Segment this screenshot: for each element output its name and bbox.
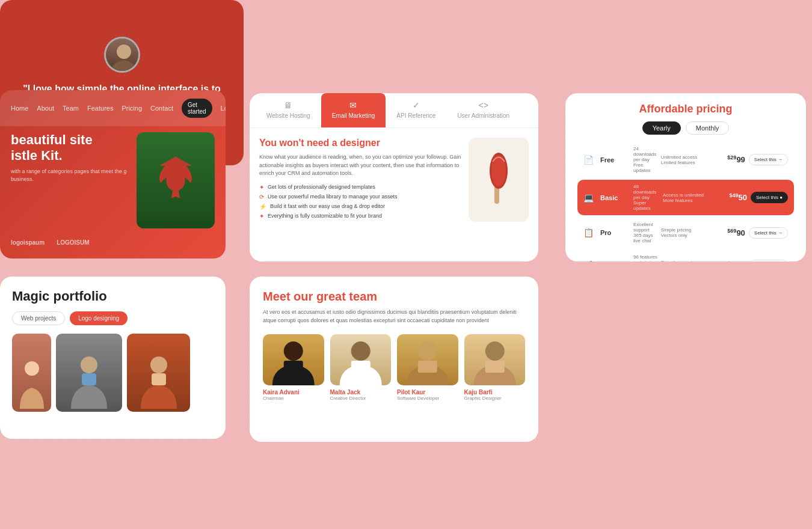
- feature-item-2: ⟳ Use our powerful media library to mana…: [259, 194, 461, 200]
- nav-bar: Home About Team Features Pricing Contact…: [0, 90, 226, 126]
- portfolio-grid: [12, 334, 214, 412]
- svg-rect-15: [485, 361, 504, 373]
- nav-team[interactable]: Team: [63, 105, 79, 112]
- email-marketing-card: 🖥 Website Hosting ✉ Email Marketing ✓ AP…: [250, 93, 538, 261]
- feature-tabs: 🖥 Website Hosting ✉ Email Marketing ✓ AP…: [250, 93, 538, 128]
- plan-basic-select[interactable]: Select this ●: [751, 192, 788, 203]
- tab-hosting-label: Website Hosting: [266, 112, 310, 119]
- nav-contact[interactable]: Contact: [150, 105, 173, 112]
- feature-icon-4: ✦: [259, 213, 264, 219]
- member-photo-2: [330, 334, 392, 385]
- tab-email-label: Email Marketing: [332, 112, 375, 119]
- nav-features[interactable]: Features: [87, 105, 113, 112]
- pricing-title: Affordable pricing: [577, 103, 794, 115]
- feature-text-2: Use our powerful media library to manage…: [268, 194, 398, 200]
- portfolio-photo-3: [127, 334, 190, 412]
- team-member-2: Malta Jack Creative Director: [330, 334, 392, 401]
- nav-about[interactable]: About: [37, 105, 54, 112]
- portfolio-card: Magic portfolio Web projects Logo design…: [0, 277, 226, 439]
- member-photo-1: [263, 334, 324, 385]
- hero-text: beautiful site istle Kit. with a range o…: [11, 132, 137, 228]
- plan-basic-features: Access is unlimitedMore features: [663, 192, 717, 203]
- hero-image: [137, 132, 215, 228]
- plan-pro-price: $6990: [715, 228, 745, 237]
- hero-subtext: with a range of categories pages that me…: [11, 168, 137, 184]
- yearly-toggle[interactable]: Yearly: [642, 121, 681, 135]
- plan-free-icon: 📄: [583, 155, 600, 165]
- member-name-2: Malta Jack: [330, 389, 392, 396]
- team-member-1: Kaira Advani Chairman: [263, 334, 324, 401]
- hero-card: Home About Team Features Pricing Contact…: [0, 90, 226, 258]
- get-started-button[interactable]: Get started: [182, 99, 212, 118]
- member-photo-4: [464, 334, 526, 385]
- team-grid: Kaira Advani Chairman Malta Jack Creativ…: [263, 334, 525, 401]
- svg-point-12: [418, 341, 437, 361]
- api-icon: ✓: [413, 100, 420, 110]
- pricing-toggle: Yearly Monthly: [577, 121, 794, 135]
- avatar-svg: [106, 38, 140, 73]
- team-member-4: Kaju Barfi Graphic Designer: [464, 334, 526, 401]
- member-role-3: Software Developer: [397, 396, 458, 401]
- feature-icon-1: ✦: [259, 184, 264, 191]
- tab-api-reference[interactable]: ✓ API Reference: [386, 93, 446, 127]
- member-name-4: Kaju Barfi: [464, 389, 526, 396]
- email-description: Know what your audience is reading, when…: [259, 153, 461, 178]
- feature-text-1: Get lots of professionally designed temp…: [268, 184, 375, 190]
- hero-headline: beautiful site istle Kit.: [11, 132, 137, 164]
- tab-website-hosting[interactable]: 🖥 Website Hosting: [256, 93, 321, 127]
- plan-free-desc: 24 downloads per dayFree updates: [633, 146, 661, 173]
- testimonial-avatar: [104, 37, 140, 73]
- plan-free-select[interactable]: Select this →: [749, 154, 788, 165]
- portfolio-title: Magic portfolio: [12, 289, 214, 304]
- svg-rect-7: [152, 373, 166, 385]
- feature-item-4: ✦ Everything is fully customizable to fi…: [259, 213, 461, 219]
- plan-pro: 📋 Pro Excellent support365 days live cha…: [577, 218, 794, 248]
- plan-basic-desc: 48 downloads per daySuper updates: [633, 184, 663, 211]
- filter-web-projects[interactable]: Web projects: [12, 311, 65, 325]
- logo-bar: logoispaum LOGOISUM: [0, 234, 226, 251]
- hero-content: beautiful site istle Kit. with a range o…: [0, 126, 226, 234]
- svg-point-4: [81, 356, 97, 373]
- team-description: At vero eos et accusamus et iusto odio d…: [263, 308, 525, 325]
- nav-home[interactable]: Home: [11, 105, 28, 112]
- plan-basic-name: Basic: [600, 194, 633, 201]
- plan-advanced-price: $9999: [715, 260, 745, 261]
- admin-icon: <>: [479, 100, 488, 110]
- feature-item-3: ⚡ Build it fast with our easy use drag &…: [259, 203, 461, 210]
- plan-advanced: 🎵 Advanced 96 features includedPowerful …: [577, 250, 794, 261]
- login-link[interactable]: Login: [221, 105, 226, 112]
- svg-point-8: [284, 341, 303, 361]
- member-role-2: Creative Director: [330, 396, 392, 401]
- plan-advanced-select[interactable]: Select this →: [749, 260, 788, 262]
- svg-point-14: [485, 341, 504, 361]
- plan-free-price: $2999: [715, 154, 745, 164]
- plan-free: 📄 Free 24 downloads per dayFree updates …: [577, 142, 794, 177]
- popsicle-image: [469, 138, 529, 222]
- nav-pricing[interactable]: Pricing: [121, 105, 142, 112]
- email-content-left: You won't need a designer Know what your…: [259, 138, 469, 222]
- feature-icon-3: ⚡: [259, 203, 266, 210]
- team-member-3: Pilot Kaur Software Developer: [397, 334, 458, 401]
- filter-logo-designing[interactable]: Logo designing: [70, 311, 128, 325]
- member-role-1: Chairman: [263, 396, 324, 401]
- tab-api-label: API Reference: [396, 112, 435, 119]
- person2-svg: [65, 352, 113, 412]
- tab-admin-label: User Administration: [457, 112, 509, 119]
- portfolio-filters: Web projects Logo designing: [12, 311, 214, 325]
- plan-pro-select[interactable]: Select this →: [749, 227, 788, 239]
- person3-svg: [135, 352, 183, 412]
- plan-pro-name: Pro: [600, 229, 633, 236]
- svg-point-3: [25, 361, 39, 376]
- member-name-1: Kaira Advani: [263, 389, 324, 396]
- svg-rect-9: [284, 361, 303, 373]
- email-content: You won't need a designer Know what your…: [250, 128, 538, 232]
- monthly-toggle[interactable]: Monthly: [686, 121, 730, 135]
- feature-icon-2: ⟳: [259, 194, 264, 200]
- tab-user-admin[interactable]: <> User Administration: [446, 93, 520, 127]
- portfolio-photo-2: [56, 334, 122, 412]
- team-title: Meet our great team: [263, 290, 525, 304]
- svg-rect-13: [418, 361, 437, 373]
- tab-email-marketing[interactable]: ✉ Email Marketing: [321, 93, 386, 127]
- plan-advanced-desc: 96 features includedPowerful image edito…: [633, 254, 661, 261]
- team-card: Meet our great team At vero eos et accus…: [250, 277, 538, 442]
